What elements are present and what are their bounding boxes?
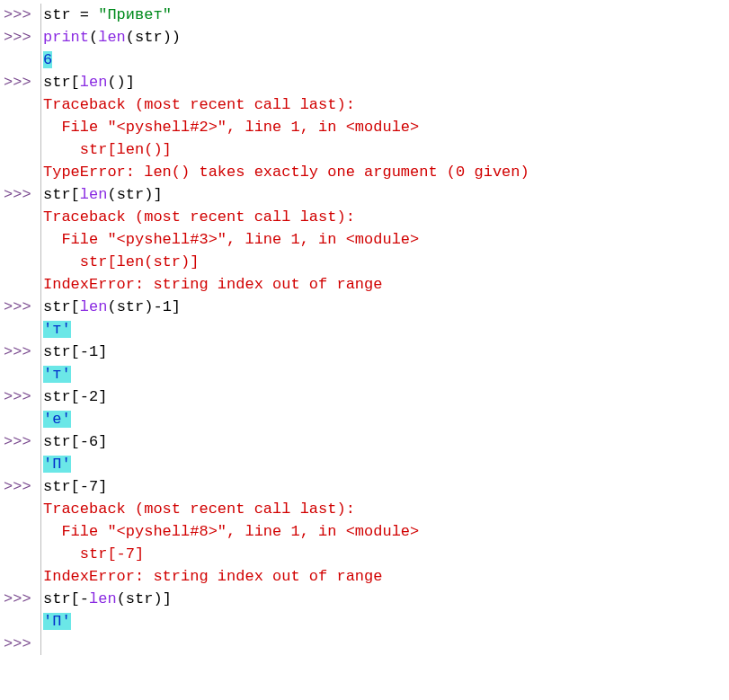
continuation-gutter bbox=[4, 610, 41, 633]
line-content: Traceback (most recent call last): bbox=[41, 93, 729, 116]
line-content: 'П' bbox=[41, 610, 729, 633]
shell-line: File "<pyshell#8>", line 1, in <module> bbox=[4, 520, 729, 543]
error-text: str[len()] bbox=[43, 141, 172, 158]
line-content: str[len(str)] bbox=[41, 251, 729, 273]
prompt-gutter: >>> bbox=[4, 26, 41, 49]
shell-line: >>>str[-6] bbox=[4, 430, 729, 453]
identifier: str bbox=[43, 6, 71, 23]
operator: [-2] bbox=[71, 388, 108, 405]
shell-line: File "<pyshell#2>", line 1, in <module> bbox=[4, 116, 729, 138]
continuation-gutter bbox=[4, 49, 41, 71]
operator: [- bbox=[71, 590, 89, 607]
line-content: 'е' bbox=[41, 408, 729, 430]
builtin-name: print bbox=[43, 29, 89, 46]
python-idle-shell[interactable]: >>>str = "Привет">>>print(len(str)) 6>>>… bbox=[0, 0, 729, 659]
error-text: IndexError: string index out of range bbox=[43, 568, 382, 585]
output-text: 'т' bbox=[43, 321, 71, 338]
operator: [-7] bbox=[71, 478, 108, 495]
identifier: str bbox=[126, 590, 154, 607]
line-content: str[-6] bbox=[41, 430, 729, 453]
line-content: TypeError: len() takes exactly one argum… bbox=[41, 161, 729, 183]
builtin-name: len bbox=[98, 29, 126, 46]
identifier: str bbox=[43, 388, 71, 405]
identifier: str bbox=[43, 298, 71, 315]
builtin-name: len bbox=[80, 186, 108, 203]
operator: [-1] bbox=[71, 343, 108, 360]
shell-line: File "<pyshell#3>", line 1, in <module> bbox=[4, 228, 729, 251]
prompt-gutter: >>> bbox=[4, 341, 41, 363]
shell-line: >>>str[-len(str)] bbox=[4, 588, 729, 610]
output-text: 6 bbox=[43, 51, 52, 68]
continuation-gutter bbox=[4, 498, 41, 520]
builtin-name: len bbox=[80, 298, 108, 315]
continuation-gutter bbox=[4, 363, 41, 385]
operator: )] bbox=[153, 590, 171, 607]
continuation-gutter bbox=[4, 543, 41, 565]
string-literal: "Привет" bbox=[98, 6, 172, 23]
identifier: str bbox=[43, 74, 71, 91]
line-content: print(len(str)) bbox=[41, 26, 729, 49]
shell-line: 'П' bbox=[4, 610, 729, 633]
error-text: File "<pyshell#8>", line 1, in <module> bbox=[43, 523, 419, 540]
continuation-gutter bbox=[4, 116, 41, 138]
identifier: str bbox=[43, 590, 71, 607]
shell-line: IndexError: string index out of range bbox=[4, 565, 729, 588]
error-text: Traceback (most recent call last): bbox=[43, 501, 355, 518]
shell-line: str[len(str)] bbox=[4, 251, 729, 273]
shell-line: >>>str[-2] bbox=[4, 385, 729, 408]
line-content: 'т' bbox=[41, 363, 729, 385]
shell-line: >>>str[len(str)-1] bbox=[4, 296, 729, 318]
line-content: str[-1] bbox=[41, 341, 729, 363]
error-text: IndexError: string index out of range bbox=[43, 276, 382, 293]
continuation-gutter bbox=[4, 206, 41, 228]
operator: [-6] bbox=[71, 433, 108, 450]
line-content: str = "Привет" bbox=[41, 4, 729, 26]
continuation-gutter bbox=[4, 520, 41, 543]
error-text: str[-7] bbox=[43, 545, 144, 563]
prompt-gutter: >>> bbox=[4, 588, 41, 610]
shell-line: TypeError: len() takes exactly one argum… bbox=[4, 161, 729, 183]
line-content: File "<pyshell#3>", line 1, in <module> bbox=[41, 228, 729, 251]
continuation-gutter bbox=[4, 251, 41, 273]
shell-line: Traceback (most recent call last): bbox=[4, 498, 729, 520]
error-text: Traceback (most recent call last): bbox=[43, 208, 355, 226]
prompt-gutter: >>> bbox=[4, 296, 41, 318]
operator: [ bbox=[71, 298, 80, 315]
operator: )) bbox=[163, 29, 181, 46]
continuation-gutter bbox=[4, 138, 41, 161]
shell-line: IndexError: string index out of range bbox=[4, 273, 729, 296]
identifier: str bbox=[117, 186, 145, 203]
shell-line: str[-7] bbox=[4, 543, 729, 565]
error-text: Traceback (most recent call last): bbox=[43, 96, 355, 113]
continuation-gutter bbox=[4, 565, 41, 588]
output-text: 'П' bbox=[43, 613, 71, 630]
shell-line: 'т' bbox=[4, 363, 729, 385]
line-content: Traceback (most recent call last): bbox=[41, 206, 729, 228]
line-content: str[len(str)] bbox=[41, 183, 729, 206]
line-content: str[len()] bbox=[41, 138, 729, 161]
shell-line: 'т' bbox=[4, 318, 729, 341]
error-text: File "<pyshell#3>", line 1, in <module> bbox=[43, 231, 419, 248]
operator: ( bbox=[126, 29, 135, 46]
prompt-gutter: >>> bbox=[4, 71, 41, 93]
line-content: 'П' bbox=[41, 453, 729, 475]
line-content: str[-2] bbox=[41, 385, 729, 408]
line-content: 'т' bbox=[41, 318, 729, 341]
output-text: 'П' bbox=[43, 456, 71, 473]
continuation-gutter bbox=[4, 93, 41, 116]
identifier: str bbox=[117, 298, 145, 315]
line-content: IndexError: string index out of range bbox=[41, 273, 729, 296]
shell-line: Traceback (most recent call last): bbox=[4, 93, 729, 116]
line-content: str[len(str)-1] bbox=[41, 296, 729, 318]
prompt-gutter: >>> bbox=[4, 633, 41, 655]
operator: = bbox=[71, 6, 99, 23]
output-text: 'е' bbox=[43, 411, 71, 428]
operator: [ bbox=[71, 186, 80, 203]
prompt-gutter: >>> bbox=[4, 475, 41, 498]
shell-line: 'П' bbox=[4, 453, 729, 475]
line-content: 6 bbox=[41, 49, 729, 71]
shell-line: str[len()] bbox=[4, 138, 729, 161]
shell-line: >>> bbox=[4, 633, 729, 655]
identifier: str bbox=[43, 478, 71, 495]
operator: ()] bbox=[107, 74, 135, 91]
